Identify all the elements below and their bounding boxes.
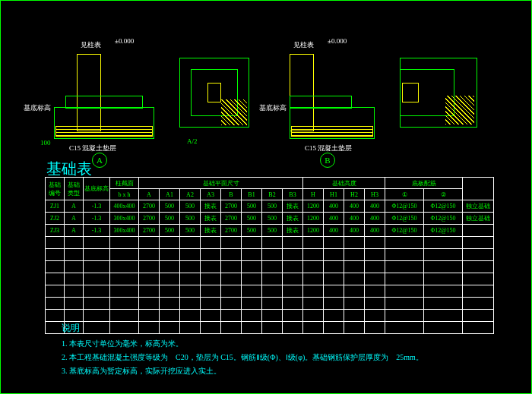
th-col: 柱截面 [110,178,139,189]
cell-h [303,249,324,261]
cell-col [110,237,139,249]
cell-no [46,237,65,249]
cell-b1: 500 [242,200,262,213]
cell-a3: 接表 [201,200,221,213]
cell-a3 [201,285,221,298]
th-h1: H1 [324,189,344,200]
cell-b3 [283,298,303,310]
cell-h1 [324,298,344,310]
cell-type: A [65,213,84,225]
cell-h1: 400 [324,213,344,225]
cell-b1: 500 [242,225,262,237]
plan-a-hatch [221,99,247,125]
cell-col [110,249,139,261]
cell-a2 [180,310,201,322]
cell-r2 [424,322,463,334]
cell-col [110,310,139,322]
cell-b [221,310,242,322]
cell-a [139,273,160,285]
cell-h1 [324,285,344,298]
note-1: 1. 本表尺寸单位为毫米，标高为米。 [62,337,423,351]
cell-a1: 500 [160,213,180,225]
cell-b: 2700 [221,213,242,225]
cell-no: ZJ1 [46,200,65,213]
cell-col: 400x400 [110,200,139,213]
cell-a2 [180,249,201,261]
cell-a1 [160,273,180,285]
cell-h3: 400 [365,225,385,237]
cad-canvas: 见柱表 ±0.000 基底标高 C15 混凝土垫层 100 A A/2 见柱表 … [0,0,532,394]
th-b: B [221,189,242,200]
cell-h2 [344,310,365,322]
cell-type [65,298,84,310]
th-b3: B3 [283,189,303,200]
cushion-a: C15 混凝土垫层 [69,143,116,153]
table-row [46,273,494,285]
col-label-a: 见柱表 [81,40,101,50]
cell-a2 [180,298,201,310]
cell-a3 [201,273,221,285]
cell-h3 [365,249,385,261]
cell-b2 [262,261,283,273]
cell-r1: Φ12@150 [385,225,424,237]
cell-b3 [283,310,303,322]
cell-type [65,285,84,298]
cell-b2 [262,298,283,310]
cell-rm [463,285,494,298]
cell-type [65,273,84,285]
cell-elev [84,285,110,298]
cell-h [303,298,324,310]
cell-h3 [365,285,385,298]
cell-type [65,261,84,273]
base-elev-a: 基底标高 [24,103,51,113]
cell-r2: Φ12@150 [424,213,463,225]
cell-rm [463,310,494,322]
th-r2: ② [424,189,463,200]
cell-b1 [242,273,262,285]
cell-r2 [424,261,463,273]
cell-a: 2700 [139,225,160,237]
cell-b1 [242,310,262,322]
cell-b2 [262,310,283,322]
th-a1: A1 [160,189,180,200]
cell-h [303,261,324,273]
cell-type: A [65,225,84,237]
cell-col: 300x400 [110,225,139,237]
cell-r1 [385,237,424,249]
th-height: 基础高度 [303,178,385,189]
th-type: 基础类型 [65,178,84,200]
cell-a3 [201,298,221,310]
cell-h1 [324,237,344,249]
cell-h3: 400 [365,200,385,213]
cell-no [46,249,65,261]
cell-h1 [324,273,344,285]
cell-no [46,261,65,273]
cell-h2 [344,237,365,249]
cell-a1: 500 [160,225,180,237]
cell-a3 [201,310,221,322]
cell-h2 [344,273,365,285]
table-row [46,298,494,310]
cell-no: ZJ2 [46,213,65,225]
notes-heading: 说明 [62,320,423,337]
drawing-area: 见柱表 ±0.000 基底标高 C15 混凝土垫层 100 A A/2 见柱表 … [39,16,495,153]
cell-h3 [365,237,385,249]
cell-b: 2700 [221,200,242,213]
cell-a1 [160,298,180,310]
cell-no [46,285,65,298]
cell-no [46,298,65,310]
cell-col [110,261,139,273]
cell-elev [84,249,110,261]
cell-r1 [385,249,424,261]
th-a3: A3 [201,189,221,200]
cell-h2 [344,298,365,310]
cell-a2: 500 [180,200,201,213]
plan-b-col [402,83,419,102]
cell-a2 [180,273,201,285]
cell-b [221,261,242,273]
cell-h3 [365,310,385,322]
cell-b2 [262,285,283,298]
cell-h [303,273,324,285]
cell-elev: -1.3 [84,225,110,237]
cell-b3 [283,273,303,285]
